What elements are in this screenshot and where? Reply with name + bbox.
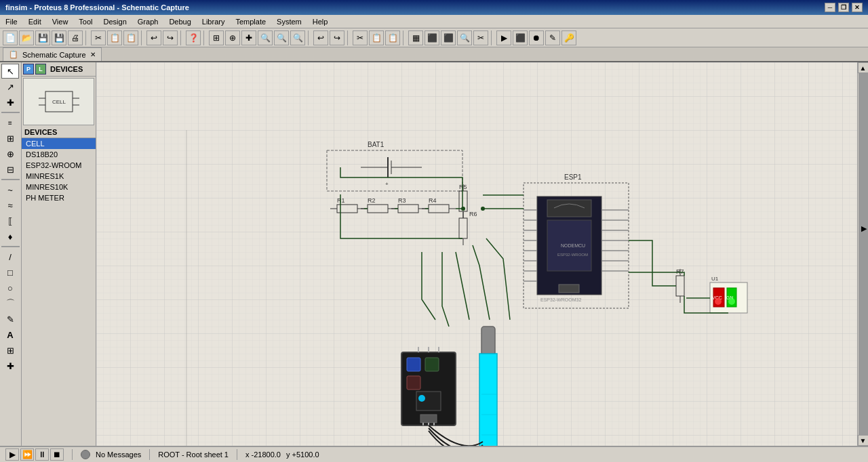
tool-cross[interactable]: ✚ bbox=[1, 358, 19, 373]
pause-button[interactable]: ⏸ bbox=[35, 448, 49, 461]
menu-help[interactable]: Help bbox=[307, 16, 334, 27]
menu-debug[interactable]: Debug bbox=[163, 16, 196, 27]
tool-power[interactable]: ⊟ bbox=[1, 162, 19, 177]
tb-run[interactable]: ▶ bbox=[496, 30, 511, 45]
menu-view[interactable]: View bbox=[47, 16, 74, 27]
svg-point-86 bbox=[418, 395, 425, 402]
tb-sep4 bbox=[203, 30, 206, 45]
coord-y: y +5100.0 bbox=[286, 450, 319, 459]
menu-template[interactable]: Template bbox=[230, 16, 271, 27]
tb-help[interactable]: ❓ bbox=[186, 30, 201, 45]
tb-origin[interactable]: ⊕ bbox=[225, 30, 240, 45]
scroll-up-arrow[interactable]: ▲ bbox=[858, 62, 869, 73]
tb-zoomin[interactable]: 🔍 bbox=[258, 30, 273, 45]
tb-snap2[interactable]: ↪ bbox=[330, 30, 344, 45]
tb-edit2[interactable]: ✎ bbox=[545, 30, 560, 45]
device-cell[interactable]: CELL bbox=[22, 138, 96, 149]
tool-label[interactable]: ≡ bbox=[1, 115, 19, 130]
svg-text:R1: R1 bbox=[337, 197, 345, 204]
svg-text:CELL: CELL bbox=[52, 99, 66, 105]
tb-copy2[interactable]: 📋 bbox=[369, 30, 384, 45]
device-minres10k[interactable]: MINRES10K bbox=[22, 182, 96, 192]
tb-sep1 bbox=[85, 30, 88, 45]
tb-open[interactable]: 📂 bbox=[19, 30, 34, 45]
svg-rect-82 bbox=[407, 358, 420, 371]
device-esp32wroom[interactable]: ESP32-WROOM bbox=[22, 160, 96, 171]
tb-paste2[interactable]: 📋 bbox=[385, 30, 400, 45]
play-button[interactable]: ▶ bbox=[5, 448, 19, 461]
device-phmeter[interactable]: PH METER bbox=[22, 192, 96, 203]
tool-sym2[interactable]: ⊞ bbox=[1, 343, 19, 358]
scroll-thumb[interactable] bbox=[859, 73, 868, 435]
tab-label: Schematic Capture bbox=[22, 51, 86, 59]
schematic-canvas-area[interactable]: BAT1 + R1 R2 bbox=[96, 62, 857, 446]
tool-pen[interactable]: ✎ bbox=[1, 312, 19, 327]
menu-library[interactable]: Library bbox=[197, 16, 231, 27]
tb-record[interactable]: ⏺ bbox=[529, 30, 544, 45]
toolbar: 📄 📂 💾 💾 🖨 ✂ 📋 📋 ↩ ↪ ❓ ⊞ ⊕ ✚ 🔍 🔍 🔍 ↩ ↪ ✂ … bbox=[0, 28, 868, 47]
tb-add[interactable]: ✚ bbox=[241, 30, 256, 45]
menu-graph[interactable]: Graph bbox=[132, 16, 164, 27]
tool-gen[interactable]: ♦ bbox=[1, 229, 19, 244]
tool-port[interactable]: ⊕ bbox=[1, 146, 19, 161]
tb-cut[interactable]: ✂ bbox=[91, 30, 106, 45]
tool-wire[interactable]: ↗ bbox=[1, 79, 19, 94]
device-ds18b20[interactable]: DS18B20 bbox=[22, 149, 96, 160]
main-area: ↖ ↗ ✚ ≡ ⊞ ⊕ ⊟ ~ ≈ ⟦ ♦ / □ ○ ⌒ ✎ A ⊞ ✚ P … bbox=[0, 62, 868, 446]
minimize-button[interactable]: ─ bbox=[825, 3, 835, 12]
tool-comp[interactable]: ⊞ bbox=[1, 131, 19, 146]
tb-zoomout[interactable]: 🔍 bbox=[274, 30, 289, 45]
device-minres1k[interactable]: MINRES1K bbox=[22, 171, 96, 182]
svg-text:ESP1: ESP1 bbox=[564, 173, 582, 181]
menu-design[interactable]: Design bbox=[98, 16, 132, 27]
step-play-button[interactable]: ⏩ bbox=[20, 448, 34, 461]
close-button[interactable]: ✕ bbox=[852, 3, 863, 12]
tb-copy[interactable]: 📋 bbox=[107, 30, 122, 45]
tb-new[interactable]: 📄 bbox=[3, 30, 18, 45]
right-edge-handle[interactable]: ▶ bbox=[861, 224, 868, 238]
tb-print[interactable]: 🖨 bbox=[68, 30, 83, 45]
tool-rect[interactable]: □ bbox=[1, 265, 19, 280]
tool-select[interactable]: ↖ bbox=[1, 64, 19, 79]
tb-cut3[interactable]: ✂ bbox=[473, 30, 488, 45]
schematic-tab[interactable]: 📋 Schematic Capture ✕ bbox=[3, 47, 102, 61]
stop-button[interactable]: ⏹ bbox=[50, 448, 64, 461]
menu-system[interactable]: System bbox=[271, 16, 307, 27]
menu-file[interactable]: File bbox=[0, 16, 23, 27]
tb-key[interactable]: 🔑 bbox=[561, 30, 576, 45]
tb-redo[interactable]: ↪ bbox=[163, 30, 178, 45]
tb-zoom3[interactable]: 🔍 bbox=[457, 30, 472, 45]
svg-text:R2: R2 bbox=[368, 197, 376, 204]
tool-circle[interactable]: ○ bbox=[1, 280, 19, 295]
tool-text[interactable]: A bbox=[1, 327, 19, 342]
restore-button[interactable]: ❐ bbox=[838, 3, 849, 12]
comp-p-button[interactable]: P bbox=[23, 64, 34, 75]
menu-tool[interactable]: Tool bbox=[73, 16, 98, 27]
tb-save[interactable]: 💾 bbox=[35, 30, 50, 45]
tool-arc[interactable]: ⌒ bbox=[1, 296, 19, 311]
tb-cut2[interactable]: ✂ bbox=[353, 30, 368, 45]
tb-paste[interactable]: 📋 bbox=[123, 30, 138, 45]
tab-close-button[interactable]: ✕ bbox=[90, 51, 96, 58]
svg-rect-83 bbox=[425, 358, 439, 371]
menu-edit[interactable]: Edit bbox=[23, 16, 47, 27]
svg-text:BAT1: BAT1 bbox=[368, 141, 384, 148]
tb-block[interactable]: ▦ bbox=[408, 30, 423, 45]
tool-tape[interactable]: ⟦ bbox=[1, 213, 19, 228]
tb-grid[interactable]: ⊞ bbox=[209, 30, 224, 45]
tb-route[interactable]: ⬛ bbox=[425, 30, 439, 45]
tb-sep7 bbox=[403, 30, 406, 45]
tb-route2[interactable]: ⬛ bbox=[441, 30, 456, 45]
tb-undo[interactable]: ↩ bbox=[146, 30, 161, 45]
scroll-down-arrow[interactable]: ▼ bbox=[858, 435, 869, 446]
tb-stop[interactable]: ⬛ bbox=[513, 30, 528, 45]
tool-graph[interactable]: ≈ bbox=[1, 198, 19, 213]
tool-sym[interactable]: ~ bbox=[1, 182, 19, 197]
tb-zoomall[interactable]: 🔍 bbox=[290, 30, 305, 45]
tool-bus[interactable]: ✚ bbox=[1, 95, 19, 110]
status-sep1 bbox=[72, 449, 73, 460]
tool-line[interactable]: / bbox=[1, 249, 19, 264]
tb-snap[interactable]: ↩ bbox=[313, 30, 328, 45]
tb-saveas[interactable]: 💾 bbox=[52, 30, 66, 45]
comp-l-button[interactable]: L bbox=[35, 64, 46, 75]
